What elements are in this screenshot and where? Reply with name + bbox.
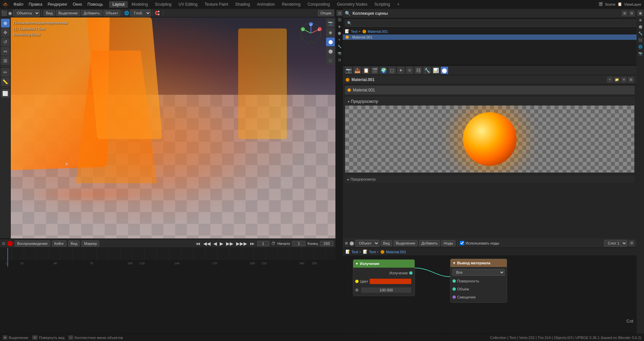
new-material-btn[interactable]: + (607, 77, 613, 83)
start-frame-input[interactable] (292, 241, 306, 246)
add-menu[interactable]: Добавить (81, 10, 102, 16)
view-menu-tl[interactable]: Вид (68, 241, 80, 247)
prop-scene-icon[interactable]: 🎬 (371, 67, 378, 74)
fr-icon-3[interactable]: ⬤ (637, 23, 643, 29)
select-menu[interactable]: Выделение (56, 10, 80, 16)
tool-rotate[interactable]: ↺ (1, 38, 10, 46)
tab-compositing[interactable]: Compositing (304, 1, 333, 8)
prop-particles-icon[interactable]: ✦ (397, 67, 405, 74)
fr-icon-6[interactable]: 🌐 (637, 44, 643, 50)
menu-window[interactable]: Окно (70, 1, 85, 7)
ne-view-btn[interactable]: Вид (381, 240, 392, 246)
fr-icon-5[interactable]: ⬛ (637, 37, 643, 43)
jump-start-btn[interactable]: ⏮ (195, 241, 201, 246)
emission-node[interactable]: ▾ Излучение Излучение Цвет (353, 259, 415, 296)
playback-menu[interactable]: Воспроизведение (15, 241, 50, 247)
keying-menu[interactable]: Кейнг (52, 241, 66, 247)
browse-material-btn[interactable]: 📁 (614, 77, 620, 83)
ne-slot-dropdown[interactable]: Слот 1 (604, 240, 627, 247)
timeline-record-btn[interactable] (7, 241, 13, 246)
tab-scripting[interactable]: Scripting (371, 1, 393, 8)
next-frame-btn[interactable]: ▶▶ (225, 241, 234, 246)
ne-add-btn[interactable]: Добавить (419, 240, 440, 246)
fr-icon-7[interactable]: 📷 (637, 50, 643, 56)
tool-cursor[interactable]: ⊕ (1, 19, 10, 27)
fr-icon-2[interactable]: ◉ (637, 17, 643, 23)
tab-sculpting[interactable]: Sculpting (152, 1, 175, 8)
side-icon-1[interactable]: ◻ (336, 10, 342, 16)
side-icon-3[interactable]: ◉ (336, 23, 342, 29)
intensity-input[interactable] (361, 287, 411, 293)
play-btn[interactable]: ▶ (219, 241, 224, 246)
prop-constraints-icon[interactable]: ⛓ (415, 67, 422, 74)
node-canvas[interactable]: ▾ Излучение Излучение Цвет (343, 256, 637, 334)
tool-measure[interactable]: 📏 (1, 77, 10, 86)
prop-modifier-icon[interactable]: 🔧 (423, 67, 431, 74)
menu-help[interactable]: Помощь (85, 1, 106, 7)
side-icon-2[interactable]: ⬛ (336, 17, 342, 23)
prop-output-icon[interactable]: 📤 (354, 67, 361, 74)
tool-move[interactable]: ✥ (1, 28, 10, 37)
view-menu[interactable]: Вид (44, 10, 55, 16)
prop-physics-icon[interactable]: ⚛ (406, 67, 413, 74)
prop-render-icon[interactable]: 📷 (345, 67, 352, 74)
ne-select-btn[interactable]: Выделение (393, 240, 418, 246)
tab-texture-paint[interactable]: Texture Paint (201, 1, 231, 8)
next-keyframe-btn[interactable]: ▶▶▶ (235, 241, 248, 246)
object-menu[interactable]: Объект (103, 10, 120, 16)
ne-bc-text3[interactable]: Material.001 (386, 250, 406, 254)
tab-modeling[interactable]: Modeling (128, 1, 151, 8)
prop-data-icon[interactable]: 📊 (432, 67, 439, 74)
output-node[interactable]: ▾ Вывод материала Все Поверхность (450, 259, 507, 303)
prop-material-icon[interactable]: ⬤ (441, 67, 448, 74)
menu-render[interactable]: Рендеринг (45, 1, 70, 7)
prop-object-icon[interactable]: ◻ (388, 67, 396, 74)
options-button[interactable]: Опции (318, 10, 334, 16)
add-workspace-button[interactable]: + (394, 1, 403, 8)
prev-frame-btn[interactable]: ◀ (213, 241, 218, 246)
viewport-camera-icon[interactable]: 📷 (326, 19, 335, 27)
current-frame-input[interactable] (257, 241, 269, 246)
outliner-material-item[interactable]: Material.001 (343, 35, 637, 40)
tool-add-cube[interactable]: ⬜ (1, 89, 10, 98)
output-target-dropdown[interactable]: Все (452, 269, 505, 276)
breadcrumb-text[interactable]: Text (351, 29, 358, 33)
fr-icon-1[interactable]: ⊕ (637, 10, 643, 16)
material-name-bar[interactable]: Material.001 (345, 86, 635, 94)
side-icon-7[interactable]: 📷 (336, 50, 342, 56)
menu-edit[interactable]: Правка (26, 1, 45, 7)
jump-end-btn[interactable]: ⏭ (249, 241, 255, 246)
tab-rendering[interactable]: Rendering (278, 1, 304, 8)
prop-world-icon[interactable]: 🌍 (380, 67, 387, 74)
mode-dropdown[interactable]: Объекты (13, 10, 40, 16)
viewport[interactable]: Пользовательская перспектива (1) Collect… (11, 17, 335, 238)
tool-annotate[interactable]: ✏ (1, 68, 10, 77)
timeline-track[interactable]: 1 10 40 70 100 110 140 170 200 210 240 2… (0, 248, 335, 267)
side-icon-4[interactable]: ⬤ (336, 30, 342, 36)
tab-layout[interactable]: Layout (109, 1, 128, 8)
tab-uv-editing[interactable]: UV Editing (175, 1, 201, 8)
side-icon-6[interactable]: 🔧 (336, 44, 342, 50)
menu-file[interactable]: Файл (11, 1, 26, 7)
ne-bc-text1[interactable]: Text (352, 250, 358, 254)
ne-settings-icon[interactable]: ⚙ (629, 240, 635, 246)
prev-keyframe-btn[interactable]: ◀◀ (203, 241, 211, 246)
tool-scale[interactable]: ⇔ (1, 47, 10, 56)
ne-bc-text2[interactable]: Text (369, 250, 376, 254)
ne-object-dropdown[interactable]: Объект (355, 240, 379, 247)
tab-animation[interactable]: Animation (254, 1, 278, 8)
fr-icon-4[interactable]: 🔧 (637, 30, 643, 36)
viewport-shading-material[interactable]: ⬤ (326, 38, 335, 46)
side-icon-8[interactable]: ⛓ (336, 57, 342, 63)
side-icon-5[interactable]: ✦ (336, 37, 342, 43)
outliner-filter-icon[interactable]: ⊞ (622, 10, 628, 16)
viewport-shading-wireframe[interactable]: □ (326, 56, 335, 65)
prop-view-layer-icon[interactable]: 📋 (362, 67, 370, 74)
filter-material-btn[interactable]: ⊞ (628, 77, 634, 83)
tab-shading[interactable]: Shading (232, 1, 253, 8)
unlink-material-btn[interactable]: ✕ (621, 77, 627, 83)
ne-use-nodes-checkbox[interactable] (460, 241, 464, 245)
viewport-render-mode[interactable]: ◉ (326, 28, 335, 37)
ne-node-btn[interactable]: Ноды (441, 240, 455, 246)
marker-menu[interactable]: Маркер (82, 241, 99, 247)
